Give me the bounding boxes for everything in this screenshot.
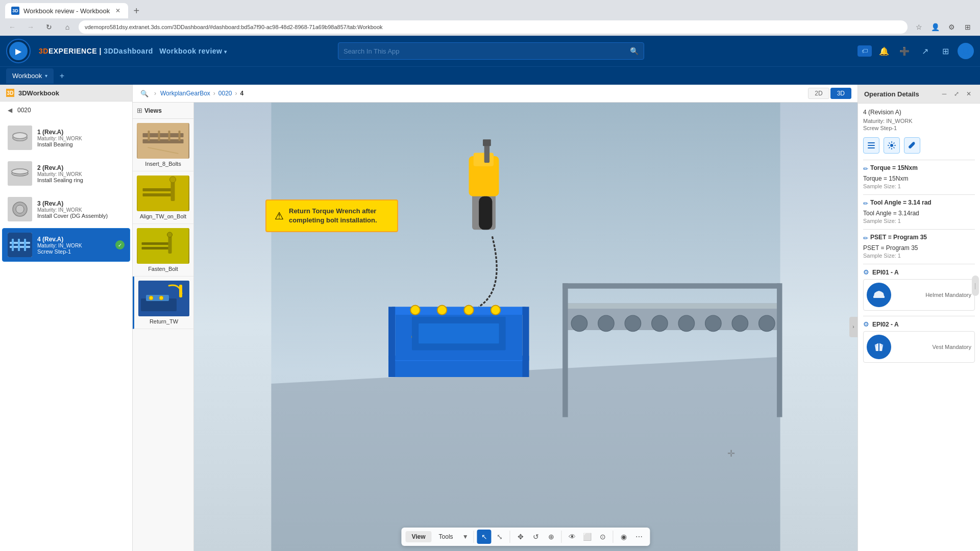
svg-rect-12 (12, 239, 14, 251)
breadcrumb-workplan[interactable]: WorkplanGearBox (160, 90, 210, 97)
param-divider-0 (863, 160, 975, 160)
step-4-info: 4 (Rev.A) Maturity: IN_WORK Screw Step-1 (37, 236, 110, 255)
epi02-image (867, 335, 891, 359)
toolbar-rotate-button[interactable]: ↺ (529, 530, 543, 544)
toolbar-more-icon[interactable]: ▼ (460, 530, 471, 544)
active-tab[interactable]: 3D Workbook review - Workbook ✕ (5, 3, 128, 18)
logo-inner: ▶ (9, 42, 28, 60)
apps-button[interactable]: ⊞ (937, 43, 953, 59)
svg-rect-25 (143, 193, 174, 196)
browser-actions: ☆ 👤 ⚙ ⊞ (912, 20, 975, 34)
param-angle-value: Tool Angle = 3.14rad (863, 210, 975, 217)
right-collapse-button[interactable]: › (849, 317, 857, 337)
views-title: Views (144, 107, 162, 114)
toolbar-view-section: View Tools ▼ (405, 530, 470, 544)
forward-button[interactable]: → (23, 20, 38, 34)
svg-point-50 (759, 315, 775, 331)
op-settings-button[interactable] (884, 137, 900, 154)
share-button[interactable]: ↗ (917, 43, 933, 59)
breadcrumb: WorkplanGearBox › 0020 › 4 (160, 90, 804, 97)
view-item-align-tw[interactable]: Align_TW_on_Bolt (133, 171, 193, 224)
right-panel: Operation Details ─ ⤢ ✕ 4 (Revision A) M… (857, 85, 980, 551)
expand-button[interactable]: ⤢ (951, 89, 962, 99)
svg-point-77 (890, 144, 893, 147)
left-panel: 3D 3DWorkbook ◀ 0020 1 (Rev.A) Maturit (0, 85, 133, 551)
add-tab-button[interactable]: + (56, 70, 68, 82)
app-logo[interactable]: ▶ (6, 39, 31, 63)
svg-point-48 (705, 315, 721, 331)
op-list-button[interactable] (863, 137, 879, 154)
step-4-name: 4 (Rev.A) (37, 236, 110, 243)
refresh-button[interactable]: ↻ (42, 20, 56, 34)
right-panel-body: 4 (Revision A) Maturity: IN_WORK Screw S… (858, 104, 980, 551)
extensions-button[interactable]: ⊞ (961, 20, 975, 34)
view-item-insert-bolts[interactable]: Insert_8_Bolts (133, 119, 193, 171)
tag-button[interactable]: 🏷 (857, 45, 872, 57)
new-tab-button[interactable]: + (129, 4, 143, 18)
toolbar-view3d-button[interactable]: 👁 (565, 530, 579, 544)
param-divider-1 (863, 194, 975, 195)
epi02-icon: ⚙ (863, 320, 869, 328)
svg-rect-76 (868, 147, 875, 148)
toolbar-more-btn[interactable]: ⋯ (632, 530, 646, 544)
tab-close-button[interactable]: ✕ (114, 7, 122, 15)
step-2-thumbnail (8, 161, 32, 186)
svg-rect-65 (419, 323, 499, 343)
toolbar-move-button[interactable]: ✥ (513, 530, 528, 544)
svg-marker-67 (522, 307, 529, 377)
param-angle-sample: Sample Size: 1 (863, 218, 975, 224)
bookmark-button[interactable]: ☆ (912, 20, 926, 34)
step-2-maturity: Maturity: IN_WORK (37, 171, 125, 177)
nav-prev-button[interactable]: ◀ (4, 105, 15, 116)
panel-icon: 3D (6, 89, 14, 97)
toolbar-view-tab[interactable]: View (405, 531, 431, 542)
search-input[interactable] (344, 47, 626, 55)
profile-button[interactable]: 👤 (928, 20, 942, 34)
toolbar-cylinder-button[interactable]: ⊙ (596, 530, 610, 544)
3d-view-button[interactable]: 3D (830, 88, 851, 99)
epi01-title: EPI01 - A (872, 269, 899, 276)
breadcrumb-0020[interactable]: 0020 (218, 90, 232, 97)
minimize-button[interactable]: ─ (939, 89, 949, 99)
breadcrumb-search-icon[interactable]: 🔍 (139, 88, 150, 99)
close-panel-button[interactable]: ✕ (964, 89, 974, 99)
settings-button[interactable]: ⚙ (944, 20, 959, 34)
view-item-return-tw[interactable]: Return_TW (133, 277, 193, 329)
view-item-fasten-bolt[interactable]: Fasten_Bolt (133, 224, 193, 277)
notification-button[interactable]: 🔔 (876, 43, 892, 59)
add-button[interactable]: ➕ (896, 43, 913, 59)
toolbar-box-button[interactable]: ⬜ (580, 530, 595, 544)
op-wrench-button[interactable] (904, 137, 920, 154)
step-item-2[interactable]: 2 (Rev.A) Maturity: IN_WORK Install Seal… (2, 157, 130, 190)
toolbar-joint-button[interactable]: ⤡ (493, 530, 507, 544)
epi01-icon: ⚙ (863, 268, 869, 276)
toolbar-cursor-button[interactable]: ↖ (477, 530, 492, 544)
epi02-header: ⚙ EPI02 - A (863, 320, 975, 328)
url-bar[interactable]: vdemopro581dsy.extranet.3ds.com/3DDashbo… (79, 20, 908, 34)
tab-favicon: 3D (11, 7, 19, 15)
home-button[interactable]: ⌂ (60, 20, 75, 34)
toolbar-zoom-button[interactable]: ⊕ (544, 530, 558, 544)
user-avatar[interactable]: 👤 (958, 43, 974, 59)
2d-view-button[interactable]: 2D (808, 88, 829, 99)
back-button[interactable]: ← (5, 20, 19, 34)
svg-point-61 (491, 306, 500, 315)
workbook-tab[interactable]: Workbook ▾ (6, 68, 54, 84)
toolbar-eye-button[interactable]: ◉ (617, 530, 631, 544)
epi01-label: Helmet Mandatory (895, 292, 971, 298)
step-1-thumbnail (8, 126, 32, 150)
step-item-3[interactable]: 3 (Rev.A) Maturity: IN_WORK Install Cove… (2, 192, 130, 226)
svg-point-49 (732, 315, 748, 331)
right-panel-scrollbar[interactable]: │ (972, 276, 979, 296)
toolbar-separator-4 (613, 531, 614, 543)
svg-point-43 (571, 315, 587, 331)
step-list: 1 (Rev.A) Maturity: IN_WORK Install Bear… (0, 119, 132, 551)
toolbar-tools-tab[interactable]: Tools (433, 531, 459, 542)
step-item-4[interactable]: 4 (Rev.A) Maturity: IN_WORK Screw Step-1… (2, 228, 130, 262)
search-container: 🔍 (338, 42, 644, 60)
view-name-fasten-bolt: Fasten_Bolt (137, 266, 189, 272)
param-angle-icon: ✏ (863, 200, 868, 207)
step-item-1[interactable]: 1 (Rev.A) Maturity: IN_WORK Install Bear… (2, 121, 130, 155)
main-content: 3D 3DWorkbook ◀ 0020 1 (Rev.A) Maturit (0, 85, 980, 551)
svg-point-37 (159, 296, 163, 300)
